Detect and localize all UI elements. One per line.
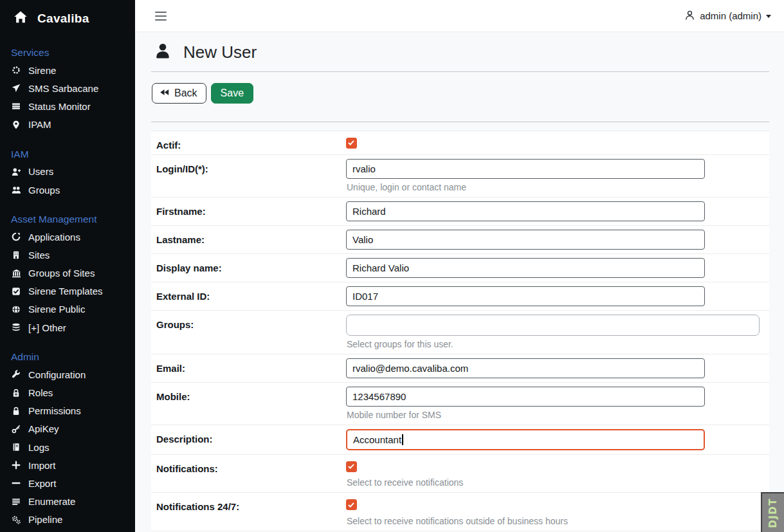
- sidebar-item-configuration[interactable]: Configuration: [0, 365, 135, 383]
- sidebar-item-label: IPAM: [28, 119, 51, 130]
- actif-label: Actif:: [156, 135, 346, 151]
- nav-section-label: IAM: [0, 149, 135, 160]
- save-button[interactable]: Save: [211, 83, 253, 104]
- sidebar-item-groups[interactable]: Groups: [0, 181, 135, 199]
- check-square-icon: [11, 286, 21, 296]
- notifications-247-help-text: Select to receive notifications outside …: [347, 516, 763, 526]
- sidebar-item-sirene-templates[interactable]: Sirene Templates: [0, 282, 135, 300]
- actif-row: Actif:: [151, 131, 769, 155]
- page-title: New User: [183, 42, 257, 62]
- sidebar-item-apikey[interactable]: ApiKey: [0, 420, 135, 438]
- display-name-input[interactable]: [346, 258, 705, 278]
- sidebar-item-pipeline[interactable]: Pipeline: [0, 511, 135, 529]
- sidebar-item-label: [+] Other: [28, 322, 66, 333]
- user-menu-label: admin (admin): [700, 10, 761, 21]
- sidebar-item-label: Import: [28, 460, 56, 471]
- sidebar-item-enumerate[interactable]: Enumerate: [0, 493, 135, 511]
- app-circle-icon: [11, 232, 21, 242]
- sidebar-item-sites[interactable]: Sites: [0, 246, 135, 264]
- send-icon: [11, 84, 21, 93]
- notifications-checkbox[interactable]: [346, 461, 357, 472]
- database-icon: [11, 323, 21, 333]
- lastname-input[interactable]: [346, 230, 705, 250]
- djdt-debug-toolbar-handle[interactable]: DJDT: [761, 492, 784, 532]
- sidebar-item-export[interactable]: Export: [0, 474, 135, 492]
- lastname-row: Lastname:: [151, 226, 769, 254]
- sidebar-item-label: Export: [28, 478, 56, 489]
- siren-icon: [11, 66, 21, 75]
- globe-icon: [11, 304, 21, 314]
- notifications-247-checkbox[interactable]: [346, 499, 357, 510]
- rewind-icon: [160, 87, 169, 99]
- sidebar-item-label: Enumerate: [28, 496, 75, 507]
- sidebar-item-sirene[interactable]: Sirene: [0, 61, 135, 79]
- sidebar-item-label: Pipeline: [28, 514, 62, 525]
- sidebar-item-other[interactable]: [+] Other: [0, 318, 135, 336]
- groups-row: Groups:Select groups for this user.: [151, 311, 769, 354]
- email-label: Email:: [156, 358, 346, 378]
- sidebar-item-ipam[interactable]: IPAM: [0, 116, 135, 134]
- nav-section-label: Asset Management: [0, 214, 135, 225]
- firstname-label: Firstname:: [156, 201, 346, 221]
- notifications-label: Notifications:: [156, 459, 346, 488]
- notifications-247-row: Notifications 24/7:Select to receive not…: [151, 493, 769, 531]
- sidebar-item-status-monitor[interactable]: Status Monitor: [0, 97, 135, 115]
- topbar: admin (admin): [135, 0, 784, 32]
- nav-section-label: Services: [0, 47, 135, 59]
- plus-icon: [11, 461, 21, 470]
- mobile-label: Mobile:: [156, 387, 346, 421]
- sidebar-item-label: Applications: [28, 232, 80, 243]
- brand[interactable]: Cavaliba: [0, 0, 135, 32]
- sidebar-item-import[interactable]: Import: [0, 456, 135, 474]
- page-header: New User: [151, 32, 769, 63]
- login-id-help-text: Unique, login or contact name: [347, 182, 763, 192]
- mobile-help-text: Mobile number for SMS: [347, 410, 763, 420]
- sidebar-item-sms-sarbacane[interactable]: SMS Sarbacane: [0, 79, 135, 97]
- sidebar-item-label: Permissions: [28, 405, 81, 416]
- role-lock-icon: [11, 388, 21, 398]
- sidebar-item-label: Sirene: [28, 65, 56, 76]
- sidebar-item-permissions[interactable]: Permissions: [0, 402, 135, 420]
- user-icon: [684, 10, 695, 23]
- user-menu[interactable]: admin (admin): [684, 10, 771, 23]
- sidebar-toggle-button[interactable]: [154, 9, 168, 23]
- mobile-row: Mobile:Mobile number for SMS: [151, 383, 769, 425]
- sidebar: Cavaliba ServicesSireneSMS SarbacaneStat…: [0, 0, 135, 532]
- description-label: Description:: [156, 429, 346, 450]
- sidebar-item-dataview[interactable]: Dataview: [0, 529, 135, 532]
- groups-input[interactable]: [346, 315, 760, 336]
- lock-icon: [11, 406, 21, 416]
- status-bars-icon: [11, 102, 21, 111]
- sidebar-item-sirene-public[interactable]: Sirene Public: [0, 300, 135, 318]
- text-cursor: [402, 434, 403, 445]
- sidebar-item-label: Logs: [28, 442, 50, 453]
- description-row: Description:Accountant: [151, 425, 769, 455]
- login-id-input[interactable]: [346, 159, 705, 179]
- actif-checkbox[interactable]: [346, 138, 357, 149]
- notifications-247-label: Notifications 24/7:: [156, 497, 346, 526]
- sidebar-item-roles[interactable]: Roles: [0, 383, 135, 401]
- people-icon: [11, 185, 21, 195]
- display-name-label: Display name:: [156, 258, 346, 278]
- person-icon: [153, 41, 172, 63]
- sidebar-item-users[interactable]: Users: [0, 163, 135, 181]
- sidebar-item-applications[interactable]: Applications: [0, 228, 135, 246]
- person-plus-icon: [11, 167, 21, 176]
- brand-name: Cavaliba: [37, 12, 89, 26]
- back-button[interactable]: Back: [152, 83, 206, 104]
- list-icon: [11, 497, 21, 506]
- email-input[interactable]: [346, 358, 705, 378]
- sidebar-item-groups-of-sites[interactable]: Groups of Sites: [0, 264, 135, 282]
- external-id-input[interactable]: [346, 286, 705, 306]
- sidebar-item-logs[interactable]: Logs: [0, 438, 135, 456]
- description-input[interactable]: Accountant: [346, 429, 705, 450]
- wrench-icon: [11, 370, 21, 380]
- mobile-input[interactable]: [346, 387, 705, 407]
- nav-section-label: Admin: [0, 351, 135, 363]
- notifications-help-text: Select to receive notifications: [347, 477, 763, 488]
- sidebar-item-label: Sites: [28, 250, 50, 261]
- gears-icon: [11, 515, 21, 524]
- bank-icon: [11, 268, 21, 278]
- toolbar: Back Save: [151, 72, 769, 113]
- firstname-input[interactable]: [346, 201, 705, 221]
